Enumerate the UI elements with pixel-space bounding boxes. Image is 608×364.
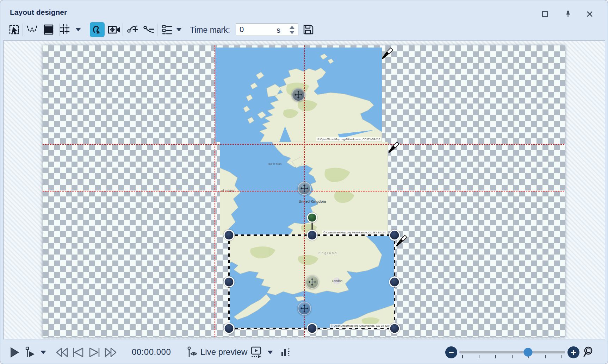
- zoom-slider-track[interactable]: [459, 351, 565, 353]
- preview-options-dropdown[interactable]: [265, 346, 275, 359]
- zoom-fit-button[interactable]: [582, 345, 596, 359]
- statistics-button[interactable]: [280, 346, 292, 359]
- resize-handle-bottom-center[interactable]: [307, 323, 318, 334]
- toolbar-separator: [23, 24, 23, 36]
- live-preview-label: Live preview: [200, 347, 247, 357]
- curve-tool-button[interactable]: [90, 22, 105, 37]
- next-frame-button[interactable]: [87, 346, 102, 359]
- guide-line-horizontal[interactable]: [43, 144, 565, 145]
- resize-handle-middle-right[interactable]: [389, 277, 400, 288]
- slider-tick: [562, 355, 562, 358]
- zoom-fit-icon: [583, 346, 596, 358]
- maximize-icon: [541, 11, 548, 18]
- spinner-up-icon[interactable]: [290, 26, 294, 29]
- map-label-isle-of-man: Isle of Man: [268, 162, 281, 165]
- maximize-button[interactable]: [539, 9, 551, 19]
- resize-handle-top-center[interactable]: [307, 230, 318, 241]
- move-arrows-icon: [307, 277, 317, 287]
- zoom-in-button[interactable]: +: [567, 346, 579, 358]
- time-mark-label: Time mark:: [190, 25, 230, 35]
- move-arrows-icon: [299, 303, 309, 313]
- pin-button[interactable]: [562, 9, 574, 19]
- preview-window-button[interactable]: [250, 346, 263, 359]
- camera-pan-icon: [107, 24, 121, 36]
- resize-handle-bottom-right[interactable]: [389, 323, 400, 334]
- chevron-down-icon: [267, 351, 273, 354]
- map-label-united-kingdom: United Kingdom: [299, 200, 326, 203]
- live-preview-button[interactable]: [186, 346, 199, 359]
- slider-tick: [512, 355, 513, 358]
- time-mark-field: s: [236, 23, 298, 36]
- remove-curve-point-icon: [142, 24, 155, 36]
- select-tool-button[interactable]: [7, 22, 22, 37]
- slider-tick: [479, 355, 479, 358]
- play-button[interactable]: [8, 346, 21, 359]
- object-list-button[interactable]: [160, 22, 174, 37]
- slider-tick: [462, 355, 463, 358]
- window-title: Layout designer: [10, 8, 67, 17]
- pin-icon: [564, 10, 572, 18]
- time-mark-spinner[interactable]: [290, 25, 295, 35]
- canvas-stage: © OpenStreetMap.org-Mitwirkende, CC BY-S…: [3, 40, 605, 339]
- play-from-marker-button[interactable]: [24, 346, 37, 359]
- add-curve-point-button[interactable]: [125, 22, 140, 37]
- grid-button[interactable]: [58, 22, 73, 37]
- save-icon: [302, 24, 314, 36]
- rotation-handle[interactable]: [307, 213, 317, 223]
- camera-pan-button[interactable]: [107, 22, 122, 37]
- object-list-icon: [161, 24, 173, 36]
- play-icon: [9, 347, 20, 358]
- move-handle[interactable]: [292, 88, 305, 101]
- fast-forward-icon: [104, 347, 118, 358]
- play-options-dropdown[interactable]: [38, 346, 48, 359]
- fast-forward-button[interactable]: [103, 346, 118, 359]
- osm-attribution: © OpenStreetMap.org-Mitwirkende, CC BY-S…: [322, 231, 387, 234]
- layers-button[interactable]: [41, 22, 56, 37]
- brush-icon: [388, 141, 400, 155]
- skip-to-end-icon: [87, 347, 101, 358]
- move-handle[interactable]: [305, 275, 319, 289]
- spinner-down-icon[interactable]: [290, 31, 294, 34]
- zoom-slider-thumb[interactable]: [524, 348, 533, 357]
- rewind-icon: [55, 347, 69, 358]
- save-button[interactable]: [301, 22, 316, 37]
- design-canvas[interactable]: © OpenStreetMap.org-Mitwirkende, CC BY-S…: [3, 40, 605, 339]
- chevron-down-icon: [176, 28, 182, 31]
- slider-tick: [545, 355, 546, 358]
- toolbar-separator: [123, 24, 123, 36]
- select-points-tool-button[interactable]: [25, 22, 39, 37]
- map-label-london: London: [332, 279, 342, 283]
- time-mark-input[interactable]: [239, 24, 275, 35]
- resize-handle-middle-left[interactable]: [224, 277, 235, 288]
- brush-icon: [396, 234, 408, 249]
- toolbar-separator: [157, 24, 157, 36]
- object-list-dropdown[interactable]: [174, 22, 184, 37]
- grid-icon: [59, 24, 71, 36]
- move-handle[interactable]: [298, 182, 311, 195]
- select-points-icon: [26, 24, 38, 36]
- remove-curve-point-button[interactable]: [141, 22, 156, 37]
- move-handle[interactable]: [298, 302, 311, 315]
- move-arrows-icon: [299, 183, 309, 193]
- chevron-down-icon: [75, 28, 81, 31]
- titlebar[interactable]: Layout designer: [0, 0, 608, 20]
- close-button[interactable]: [584, 9, 596, 19]
- map-label-england: England: [318, 251, 337, 255]
- preview-window-icon: [250, 346, 263, 359]
- rewind-button[interactable]: [55, 346, 69, 359]
- osm-attribution: © OpenStreetMap.org-Mitwirkende, CC BY-S…: [316, 137, 381, 141]
- resize-handle-bottom-left[interactable]: [224, 323, 235, 334]
- zoom-out-button[interactable]: −: [445, 346, 457, 358]
- previous-frame-button[interactable]: [71, 346, 86, 359]
- layout-designer-window: Layout designer: [0, 0, 608, 364]
- timecode-display: 00:00.000: [132, 347, 171, 357]
- pin-eye-icon: [187, 346, 199, 359]
- move-arrows-icon: [293, 90, 303, 100]
- layers-icon: [43, 24, 54, 36]
- add-curve-point-icon: [126, 24, 139, 36]
- skip-to-start-icon: [71, 347, 85, 358]
- osm-attribution: © OpenStreetMap.org-Mitwirkende, CC BY-S…: [330, 324, 395, 328]
- grid-dropdown[interactable]: [73, 22, 83, 37]
- resize-handle-top-left[interactable]: [224, 230, 235, 241]
- play-from-marker-icon: [24, 346, 36, 358]
